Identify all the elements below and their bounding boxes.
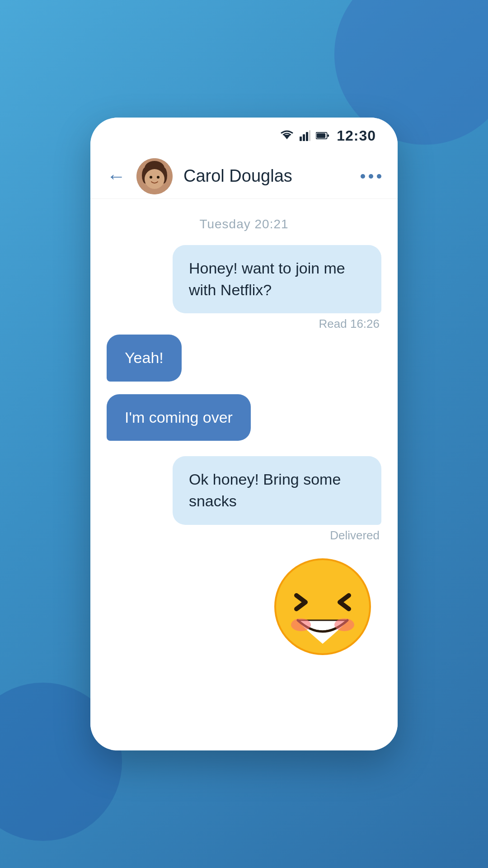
svg-rect-6 xyxy=(317,133,325,138)
svg-point-18 xyxy=(291,618,311,631)
bubble-in-second: I'm coming over xyxy=(107,394,251,441)
wifi-icon xyxy=(280,130,294,141)
svg-rect-2 xyxy=(303,134,305,141)
back-button[interactable]: ← xyxy=(107,167,126,186)
svg-point-12 xyxy=(145,169,164,189)
signal-icon xyxy=(300,130,310,141)
status-icons xyxy=(280,130,329,141)
emoji-reaction xyxy=(107,557,381,656)
svg-marker-0 xyxy=(283,135,291,139)
contact-name: Carol Douglas xyxy=(183,166,361,186)
svg-point-19 xyxy=(334,618,354,631)
svg-rect-7 xyxy=(328,134,329,137)
svg-point-14 xyxy=(157,176,160,179)
status-bar: 12:30 xyxy=(90,118,398,154)
more-options-button[interactable] xyxy=(361,174,381,179)
message-status-2: Delivered xyxy=(330,528,380,542)
bubble-in: Yeah! xyxy=(107,335,182,382)
svg-rect-3 xyxy=(306,132,308,141)
message-status-1: Read 16:26 xyxy=(319,317,380,331)
svg-point-13 xyxy=(150,176,152,179)
bubble-out-2: Ok honey! Bring some snacks xyxy=(173,456,381,524)
message-outgoing-1: Honey! want to join me with Netflix? Rea… xyxy=(107,245,381,331)
status-time: 12:30 xyxy=(337,127,376,144)
emoji-face-icon xyxy=(273,557,372,656)
chat-header: ← Carol Douglas xyxy=(90,154,398,199)
back-arrow-icon: ← xyxy=(107,167,126,186)
phone-frame: 12:30 ← Carol Douglas xyxy=(90,118,398,750)
chat-area: Tuesday 20:21 Honey! want to join me wit… xyxy=(90,199,398,750)
chat-timestamp: Tuesday 20:21 xyxy=(107,217,381,231)
dot-icon xyxy=(361,174,365,179)
battery-icon xyxy=(316,130,329,141)
svg-rect-4 xyxy=(309,130,310,141)
dot-icon xyxy=(369,174,373,179)
bubble-out: Honey! want to join me with Netflix? xyxy=(173,245,381,313)
message-incoming-2: I'm coming over xyxy=(107,388,381,441)
avatar xyxy=(136,158,173,194)
svg-rect-1 xyxy=(300,137,302,141)
message-outgoing-2: Ok honey! Bring some snacks Delivered xyxy=(107,456,381,542)
dot-icon xyxy=(377,174,381,179)
message-incoming-1: Yeah! xyxy=(107,335,381,382)
